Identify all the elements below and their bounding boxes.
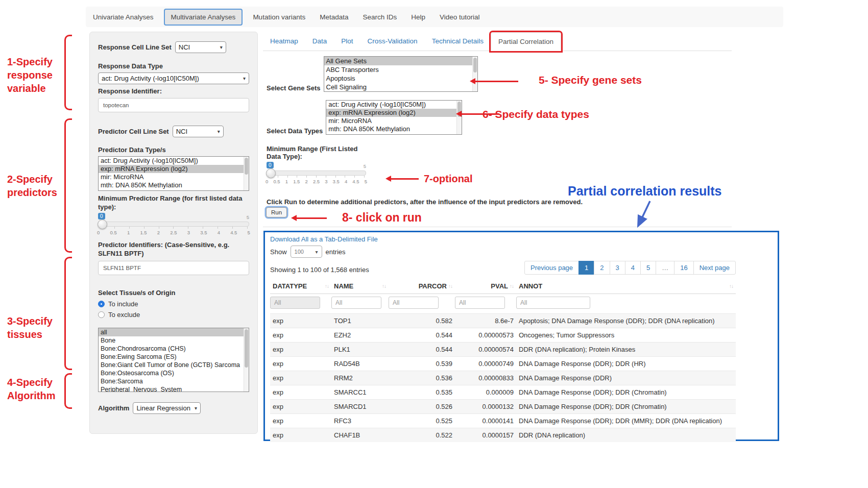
- page-button-16[interactable]: 16: [674, 261, 693, 275]
- col-parcor[interactable]: PARCOR: [419, 282, 447, 290]
- listbox-option[interactable]: Apoptosis: [324, 74, 477, 83]
- scrollbar[interactable]: [472, 57, 477, 91]
- tissue-include-radio-row[interactable]: To include: [98, 300, 249, 308]
- cell-parcor: 0.535: [389, 385, 455, 400]
- filter-pval-input[interactable]: [455, 297, 505, 309]
- scrollbar[interactable]: [244, 157, 249, 190]
- listbox-option[interactable]: act: Drug Activity (-log10[IC50M]): [99, 157, 249, 165]
- cell-pval: 0.00000574: [455, 343, 516, 357]
- algorithm-label: Algorithm: [98, 404, 129, 413]
- tab-data[interactable]: Data: [305, 32, 334, 51]
- response-cell-line-set-select[interactable]: NCI ▾: [175, 41, 226, 53]
- page-button-3[interactable]: 3: [610, 261, 625, 275]
- filter-parcor-input[interactable]: [389, 297, 439, 309]
- slider-ticks: [268, 176, 365, 178]
- col-datatype[interactable]: DATATYPE: [273, 282, 307, 290]
- page-button-5[interactable]: 5: [640, 261, 656, 275]
- sort-icon[interactable]: ↑↓: [448, 283, 452, 289]
- predictor-identifiers-input[interactable]: [98, 261, 249, 275]
- next-page-button[interactable]: Next page: [693, 261, 736, 275]
- radio-checked-icon[interactable]: [98, 301, 105, 307]
- cell-name: RFC3: [331, 414, 389, 428]
- nav-multivariate-analyses[interactable]: Multivariate Analyses: [164, 9, 243, 26]
- listbox-option[interactable]: Bone:Chondrosarcoma (CHS): [99, 345, 249, 353]
- page-length-select[interactable]: 100 ▾: [291, 246, 322, 258]
- predictor-cell-line-set-value: NCI: [176, 128, 187, 135]
- listbox-option[interactable]: ABC Transporters: [324, 65, 477, 74]
- predictor-cell-line-set-select[interactable]: NCI ▾: [173, 126, 224, 137]
- results-table: DATATYPE↑↓ NAME↑↓ PARCOR↑↓ PVAL↑↓ ANNOT↑…: [270, 279, 736, 442]
- scrollbar[interactable]: [456, 101, 462, 134]
- page-length-value: 100: [295, 249, 304, 255]
- listbox-option[interactable]: mth: DNA 850K Methylation: [99, 181, 249, 189]
- sort-icon[interactable]: ↑↓: [510, 283, 514, 289]
- data-types-label: Select Data Types: [267, 127, 323, 135]
- cell-pval: 0.00000833: [455, 371, 516, 385]
- listbox-option[interactable]: mir: MicroRNA: [99, 173, 249, 181]
- sort-icon[interactable]: ↑↓: [382, 283, 386, 289]
- tab-partial-correlation[interactable]: Partial Correlation: [491, 32, 561, 51]
- listbox-option[interactable]: mir: MicroRNA: [326, 117, 462, 125]
- nav-univariate-analyses[interactable]: Univariate Analyses: [93, 13, 154, 21]
- listbox-option[interactable]: mth: DNA 850K Methylation: [326, 125, 462, 133]
- scrollbar[interactable]: [244, 328, 249, 392]
- cell-pval: 0.0000141: [455, 414, 516, 428]
- listbox-option[interactable]: act: Drug Activity (-log10[IC50M]): [326, 101, 462, 109]
- listbox-option-selected[interactable]: exp: mRNA Expression (log2): [326, 109, 462, 117]
- cell-datatype: exp: [270, 428, 331, 443]
- slider-track[interactable]: [98, 222, 249, 227]
- tab-cross-validation[interactable]: Cross-Validation: [360, 32, 425, 51]
- response-identifier-label: Response Identifier:: [98, 87, 249, 96]
- page-button-4[interactable]: 4: [625, 261, 641, 275]
- col-annot[interactable]: ANNOT: [519, 282, 542, 290]
- listbox-option[interactable]: Bone:Giant Cell Tumor of Bone (GCTB) Sar…: [99, 361, 249, 369]
- filter-name-input[interactable]: [331, 297, 381, 309]
- nav-video-tutorial[interactable]: Video tutorial: [440, 13, 480, 21]
- page-button-1[interactable]: 1: [578, 261, 594, 275]
- cell-annot: DNA Damage Response (DDR): [516, 371, 736, 385]
- col-name[interactable]: NAME: [334, 282, 353, 290]
- tab-heatmap[interactable]: Heatmap: [263, 32, 305, 51]
- cell-pval: 8.6e-7: [455, 314, 516, 328]
- listbox-option[interactable]: Bone:Osteosarcoma (OS): [99, 369, 249, 377]
- cell-parcor: 0.526: [389, 400, 455, 414]
- cell-name: RRM2: [331, 371, 389, 385]
- table-row: exp CHAF1B 0.522 0.0000157 DDR (DNA repl…: [270, 428, 736, 443]
- sort-icon[interactable]: ↑↓: [325, 283, 329, 289]
- table-row: exp RRM2 0.536 0.00000833 DNA Damage Res…: [270, 371, 736, 385]
- caret-down-icon: ▾: [218, 129, 220, 134]
- listbox-option[interactable]: Cell Signaling: [324, 83, 477, 91]
- annotation-bracket-1: [64, 35, 72, 110]
- col-pval[interactable]: PVAL: [491, 282, 508, 290]
- radio-unchecked-icon[interactable]: [98, 311, 105, 318]
- algorithm-select[interactable]: Linear Regression ▾: [133, 402, 201, 414]
- slider-track[interactable]: [267, 170, 366, 176]
- caret-down-icon: ▾: [195, 405, 197, 411]
- nav-metadata[interactable]: Metadata: [320, 13, 348, 21]
- response-data-type-select[interactable]: act: Drug Activity (-log10[IC50M]) ▾: [98, 72, 249, 84]
- page-button-2[interactable]: 2: [594, 261, 610, 275]
- run-button[interactable]: Run: [266, 207, 287, 217]
- filter-datatype-input[interactable]: [270, 297, 320, 309]
- listbox-option-selected[interactable]: All Gene Sets: [324, 57, 477, 65]
- listbox-option[interactable]: Peripheral_Nervous_System: [99, 385, 249, 392]
- cell-name: SMARCC1: [331, 385, 389, 400]
- nav-help[interactable]: Help: [411, 13, 425, 21]
- listbox-option[interactable]: Bone: [99, 336, 249, 345]
- nav-mutation-variants[interactable]: Mutation variants: [253, 13, 305, 21]
- listbox-option-selected[interactable]: exp: mRNA Expression (log2): [99, 165, 249, 173]
- tab-technical-details[interactable]: Technical Details: [425, 32, 491, 51]
- nav-search-ids[interactable]: Search IDs: [363, 13, 397, 21]
- listbox-option[interactable]: Bone:Ewing Sarcoma (ES): [99, 353, 249, 361]
- listbox-option-selected[interactable]: all: [99, 328, 249, 336]
- tab-plot[interactable]: Plot: [334, 32, 360, 51]
- listbox-option[interactable]: Bone:Sarcoma: [99, 377, 249, 385]
- filter-annot-input[interactable]: [516, 297, 590, 309]
- response-identifier-input[interactable]: [98, 98, 249, 112]
- sort-icon[interactable]: ↑↓: [729, 283, 733, 289]
- pagination-ellipsis: …: [656, 261, 674, 275]
- config-panel: Response Cell Line Set NCI ▾ Response Da…: [89, 32, 258, 434]
- download-all-link[interactable]: Download All as a Tab-Delimited File: [270, 235, 736, 243]
- previous-page-button[interactable]: Previous page: [524, 261, 579, 275]
- tissue-exclude-radio-row[interactable]: To exclude: [98, 311, 249, 319]
